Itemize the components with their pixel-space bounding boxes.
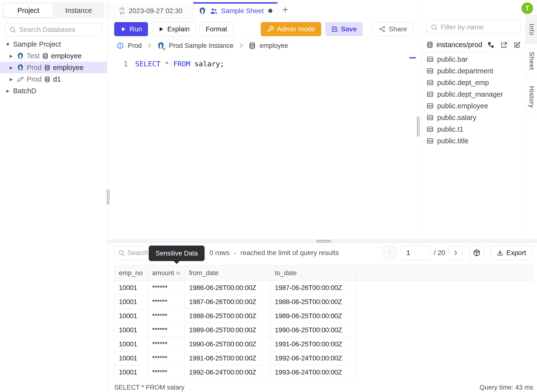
table-list-item[interactable]: public.t1 xyxy=(422,123,526,135)
table-list-item[interactable]: public.dept_manager xyxy=(422,88,526,100)
table-cell[interactable]: 1987-06-26T00:00:00Z xyxy=(185,295,270,309)
table-cell[interactable]: ****** xyxy=(148,281,185,295)
table-cell[interactable]: 10001 xyxy=(114,295,148,309)
table-cell[interactable]: 1991-06-25T00:00:00Z xyxy=(185,351,270,365)
caret-icon[interactable]: ▾ xyxy=(5,41,11,48)
tree-item[interactable]: ▾ Sample Project xyxy=(0,38,107,50)
table-row[interactable]: 10001******1991-06-25T00:00:00Z1992-06-2… xyxy=(114,351,533,365)
database-search[interactable] xyxy=(5,23,102,36)
table-list-item[interactable]: public.bar xyxy=(422,53,526,65)
external-link-icon[interactable] xyxy=(500,41,508,49)
database-search-input[interactable] xyxy=(19,26,107,34)
table-cell[interactable]: ****** xyxy=(148,323,185,337)
tab-info[interactable]: Info xyxy=(526,15,537,44)
column-header[interactable]: to_date xyxy=(270,265,356,281)
column-header[interactable]: from_date xyxy=(185,265,270,281)
share-button[interactable]: Share xyxy=(372,22,413,36)
info-circle-icon[interactable] xyxy=(117,42,124,49)
code-line[interactable]: 1 SELECT * FROM salary; xyxy=(107,59,421,239)
next-page-button[interactable] xyxy=(449,246,463,260)
table-list-item[interactable]: public.salary xyxy=(422,112,526,123)
table-cell[interactable]: 1989-06-25T00:00:00Z xyxy=(270,309,356,323)
tab-sample-sheet[interactable]: Sample Sheet xyxy=(193,2,277,19)
tree-item[interactable]: ▸ Test employee xyxy=(0,50,107,62)
editor-scrollbar-thumb[interactable] xyxy=(409,57,416,59)
column-header[interactable] xyxy=(356,265,532,281)
caret-icon[interactable]: ▸ xyxy=(8,64,14,71)
edit-icon[interactable] xyxy=(513,41,521,49)
breadcrumb-instance[interactable]: Prod Sample Instance xyxy=(169,42,234,50)
table-cell[interactable]: ****** xyxy=(148,309,185,323)
table-list-item[interactable]: public.department xyxy=(422,65,526,77)
table-cell[interactable]: 10001 xyxy=(114,365,148,379)
panel-resize-handle[interactable] xyxy=(417,117,419,136)
table-filter[interactable] xyxy=(426,20,521,34)
table-cell[interactable]: ****** xyxy=(148,337,185,351)
explain-button[interactable]: Explain xyxy=(152,22,196,36)
table-cell[interactable]: 1993-06-24T00:00:00Z xyxy=(270,365,356,379)
table-cell[interactable]: 10001 xyxy=(114,337,148,351)
table-cell[interactable]: 10001 xyxy=(114,351,148,365)
tab-project[interactable]: Project xyxy=(4,4,53,17)
table-cell[interactable]: ****** xyxy=(148,351,185,365)
format-button[interactable]: Format xyxy=(199,22,233,36)
table-cell[interactable]: 1991-06-25T00:00:00Z xyxy=(270,337,356,351)
table-cell[interactable]: 1990-06-25T00:00:00Z xyxy=(185,337,270,351)
caret-icon[interactable]: ▸ xyxy=(8,76,14,83)
table-filter-input[interactable] xyxy=(441,23,528,31)
table-row[interactable]: 10001******1987-06-26T00:00:00Z1988-06-2… xyxy=(114,295,533,309)
breadcrumb-environment[interactable]: Prod xyxy=(128,42,142,50)
tree-item[interactable]: ▸ BatchD xyxy=(0,85,107,97)
tab-instance[interactable]: Instance xyxy=(54,4,103,17)
table-cell[interactable]: 1987-06-26T00:00:00Z xyxy=(270,281,356,295)
column-header[interactable]: amount xyxy=(148,265,185,281)
table-cell[interactable]: 1988-06-25T00:00:00Z xyxy=(270,295,356,309)
table-cell[interactable]: 1992-06-24T00:00:00Z xyxy=(185,365,270,379)
sidebar-resize-handle[interactable] xyxy=(107,189,109,205)
page-number-input[interactable] xyxy=(401,246,430,260)
caret-icon[interactable]: ▸ xyxy=(8,52,14,59)
tree-item[interactable]: ▸ Prod d1 xyxy=(0,73,107,85)
tab-query-history[interactable]: 2023-09-27 02:30 xyxy=(107,2,193,19)
table-row[interactable]: 10001******1992-06-24T00:00:00Z1993-06-2… xyxy=(114,365,533,379)
export-button[interactable]: Export xyxy=(491,246,532,260)
run-button[interactable]: Run xyxy=(114,22,148,36)
table-cell[interactable]: 1989-06-25T00:00:00Z xyxy=(185,323,270,337)
table-list-item[interactable]: public.employee xyxy=(422,100,526,112)
sql-editor[interactable]: 1 SELECT * FROM salary; xyxy=(107,52,421,239)
table-cell[interactable]: ****** xyxy=(148,365,185,379)
tree-item[interactable]: ▸ Prod employee xyxy=(0,62,107,73)
results-actions: / 20 Export xyxy=(383,246,532,260)
code-line-content[interactable]: SELECT * FROM salary; xyxy=(135,59,224,239)
table-cell[interactable]: 1992-06-24T00:00:00Z xyxy=(270,351,356,365)
table-row[interactable]: 10001******1989-06-25T00:00:00Z1990-06-2… xyxy=(114,323,533,337)
table-cell[interactable]: 10001 xyxy=(114,323,148,337)
sensitive-data-tooltip: Sensitive Data xyxy=(149,246,205,261)
save-button[interactable]: Save xyxy=(325,22,363,36)
table-row[interactable]: 10001******1986-06-26T00:00:00Z1987-06-2… xyxy=(114,281,533,295)
prev-page-button[interactable] xyxy=(383,246,397,260)
table-row[interactable]: 10001******1990-06-25T00:00:00Z1991-06-2… xyxy=(114,337,533,351)
export-center-button[interactable] xyxy=(469,246,484,260)
caret-icon[interactable]: ▸ xyxy=(5,87,11,94)
tab-history[interactable]: History xyxy=(526,78,537,116)
table-cell[interactable]: 1986-06-26T00:00:00Z xyxy=(185,281,270,295)
table-cell[interactable]: 10001 xyxy=(114,309,148,323)
schema-diagram-icon[interactable] xyxy=(487,41,494,49)
column-header[interactable]: emp_no xyxy=(114,265,148,281)
new-tab-button[interactable] xyxy=(277,0,293,19)
table-cell[interactable]: 10001 xyxy=(114,281,148,295)
breadcrumb: Prod Prod Sample Instance employee xyxy=(107,39,421,52)
table-cell[interactable]: 1988-06-25T00:00:00Z xyxy=(185,309,270,323)
table-cell[interactable]: ****** xyxy=(148,295,185,309)
breadcrumb-database[interactable]: employee xyxy=(260,42,288,50)
table-row[interactable]: 10001******1988-06-25T00:00:00Z1989-06-2… xyxy=(114,309,533,323)
tab-sheet[interactable]: Sheet xyxy=(526,44,537,78)
admin-mode-button[interactable]: Admin mode xyxy=(261,22,321,36)
results-resize-handle[interactable] xyxy=(316,240,331,242)
sensitive-eye-off-icon[interactable] xyxy=(176,270,180,276)
table-cell[interactable]: 1990-06-25T00:00:00Z xyxy=(270,323,356,337)
table-list-item[interactable]: public.title xyxy=(422,135,526,147)
table-list-item[interactable]: public.dept_emp xyxy=(422,77,526,88)
user-avatar[interactable]: T xyxy=(521,2,533,14)
